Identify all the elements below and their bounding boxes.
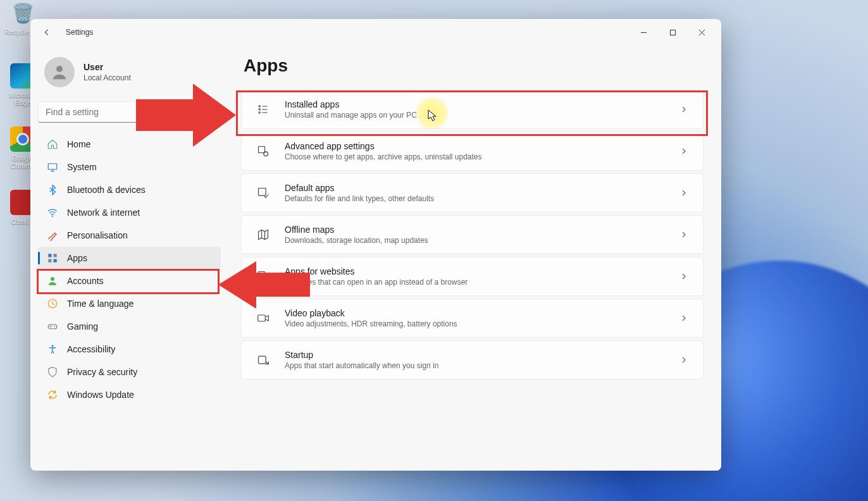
card-title: Offline maps (285, 225, 680, 235)
app-check-icon (254, 184, 272, 202)
card-offline[interactable]: Offline mapsDownloads, storage location,… (241, 215, 704, 254)
svg-point-14 (259, 109, 261, 111)
sidebar-item-home[interactable]: Home (38, 133, 221, 156)
svg-rect-19 (259, 272, 265, 278)
svg-point-11 (54, 326, 55, 327)
wifi-icon (47, 207, 58, 218)
sidebar-item-label: Accounts (67, 276, 104, 286)
system-icon (47, 161, 58, 173)
settings-window: Settings User Local Account HomeSystemBl… (30, 19, 721, 471)
sidebar-item-time[interactable]: Time & language (38, 292, 221, 315)
video-icon (254, 309, 272, 327)
user-account-type: Local Account (84, 73, 131, 82)
sidebar-item-label: Accessibility (67, 344, 115, 354)
svg-rect-4 (48, 254, 51, 257)
chevron-right-icon (680, 146, 690, 156)
map-icon (254, 226, 272, 244)
svg-rect-10 (48, 325, 57, 329)
sidebar-item-label: Home (67, 139, 90, 149)
home-icon (47, 139, 58, 150)
svg-point-12 (52, 345, 54, 347)
svg-point-17 (264, 152, 268, 156)
account-icon (47, 275, 58, 287)
titlebar: Settings (30, 19, 721, 46)
svg-rect-18 (259, 189, 266, 196)
sidebar-item-label: Bluetooth & devices (67, 185, 146, 195)
sidebar-item-apps[interactable]: Apps (38, 247, 221, 269)
card-subtitle: Websites that can open in an app instead… (285, 278, 680, 287)
maximize-button[interactable] (658, 22, 687, 42)
sidebar-item-gaming[interactable]: Gaming (38, 315, 221, 338)
sidebar-item-label: Privacy & security (67, 367, 137, 377)
page-title: Apps (244, 56, 704, 76)
svg-point-15 (259, 112, 261, 114)
sidebar: User Local Account HomeSystemBluetooth &… (30, 46, 223, 471)
card-title: Default apps (285, 183, 680, 193)
apps-icon (47, 252, 58, 264)
chevron-right-icon (680, 313, 690, 323)
card-default[interactable]: Default appsDefaults for file and link t… (241, 173, 704, 213)
list-icon (254, 101, 272, 118)
back-arrow-icon (42, 28, 51, 37)
sidebar-item-accounts[interactable]: Accounts (38, 269, 221, 292)
svg-rect-5 (54, 254, 57, 257)
sidebar-item-label: Gaming (67, 321, 98, 331)
card-video[interactable]: Video playbackVideo adjustments, HDR str… (241, 299, 704, 338)
chevron-right-icon (680, 104, 690, 114)
sidebar-item-label: Network & internet (67, 207, 140, 218)
sidebar-item-personalisation[interactable]: Personalisation (38, 224, 221, 247)
card-websites[interactable]: Apps for websitesWebsites that can open … (241, 257, 704, 296)
svg-point-1 (56, 66, 63, 72)
back-button[interactable] (35, 21, 58, 44)
minimize-button[interactable] (629, 22, 658, 42)
svg-point-13 (259, 106, 261, 108)
person-icon (50, 63, 69, 82)
card-subtitle: Choose where to get apps, archive apps, … (285, 152, 680, 161)
search-input[interactable] (38, 101, 216, 123)
sidebar-item-accessibility[interactable]: Accessibility (38, 338, 221, 361)
card-subtitle: Apps that start automatically when you s… (285, 361, 680, 370)
card-installed[interactable]: Installed appsUninstall and manage apps … (241, 90, 704, 129)
chevron-right-icon (680, 271, 690, 281)
sidebar-item-update[interactable]: Windows Update (38, 383, 221, 406)
bluetooth-icon (47, 184, 58, 195)
avatar (44, 57, 75, 87)
sidebar-item-label: Apps (67, 253, 87, 263)
user-block[interactable]: User Local Account (38, 51, 221, 100)
chevron-right-icon (680, 230, 690, 240)
card-title: Video playback (285, 308, 680, 318)
sidebar-item-network[interactable]: Network & internet (38, 201, 221, 224)
brush-icon (47, 230, 58, 241)
update-icon (47, 389, 58, 400)
sidebar-item-privacy[interactable]: Privacy & security (38, 361, 221, 383)
startup-icon (254, 351, 272, 369)
svg-point-8 (51, 277, 54, 281)
card-startup[interactable]: StartupApps that start automatically whe… (241, 340, 704, 380)
sidebar-item-system[interactable]: System (38, 156, 221, 178)
sidebar-item-label: Time & language (67, 299, 133, 309)
chevron-right-icon (680, 188, 690, 198)
card-subtitle: Defaults for file and link types, other … (285, 194, 680, 203)
close-button[interactable] (687, 22, 716, 42)
svg-rect-6 (48, 259, 51, 263)
card-title: Apps for websites (285, 266, 680, 276)
card-subtitle: Downloads, storage location, map updates (285, 236, 680, 245)
svg-rect-2 (48, 164, 57, 170)
content-area: Apps Installed appsUninstall and manage … (223, 46, 721, 471)
user-name: User (84, 62, 131, 72)
app-link-icon (254, 268, 272, 285)
gaming-icon (47, 321, 58, 332)
search-box (38, 101, 216, 123)
svg-rect-16 (259, 147, 265, 153)
sidebar-item-bluetooth[interactable]: Bluetooth & devices (38, 178, 221, 201)
card-subtitle: Uninstall and manage apps on your PC (285, 111, 680, 120)
svg-rect-20 (258, 315, 266, 321)
chevron-right-icon (680, 355, 690, 365)
card-advanced[interactable]: Advanced app settingsChoose where to get… (241, 132, 704, 171)
window-title: Settings (66, 28, 93, 37)
clock-icon (47, 298, 58, 309)
card-title: Startup (285, 350, 680, 360)
app-gear-icon (254, 142, 272, 160)
svg-point-3 (52, 216, 53, 217)
svg-rect-0 (670, 30, 675, 35)
